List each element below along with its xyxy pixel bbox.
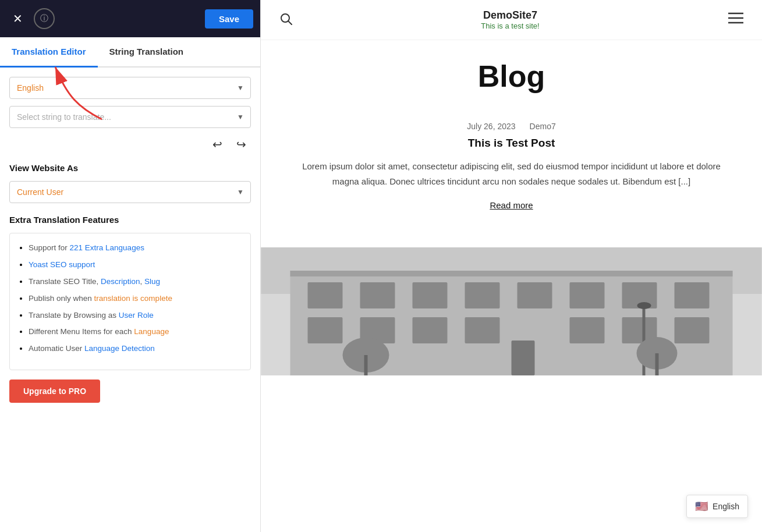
svg-rect-17: [675, 282, 710, 308]
close-button[interactable]: ✕: [7, 8, 28, 29]
list-item: Support for 221 Extra Languages: [29, 243, 241, 254]
feature-text: Translate SEO Title,: [29, 277, 101, 286]
tab-string-translation[interactable]: String Translation: [98, 37, 196, 68]
redo-button[interactable]: ↪: [232, 135, 251, 154]
building-image: [261, 247, 762, 375]
svg-rect-18: [308, 317, 343, 343]
feature-link[interactable]: Yoast SEO support: [29, 260, 95, 269]
site-header: DemoSite7 This is a test site!: [261, 0, 762, 40]
svg-rect-9: [290, 271, 733, 276]
feature-text: ,: [140, 277, 145, 286]
feature-link[interactable]: Language Detection: [84, 344, 155, 353]
svg-rect-13: [465, 282, 500, 308]
user-role-select[interactable]: Current User Administrator Editor Subscr…: [9, 181, 251, 203]
post-date: July 26, 2023: [467, 122, 515, 131]
svg-rect-25: [512, 341, 535, 375]
svg-rect-29: [364, 355, 368, 375]
language-badge-label: English: [713, 502, 739, 511]
right-panel: DemoSite7 This is a test site! Blog July…: [261, 0, 762, 532]
site-name: DemoSite7: [292, 9, 728, 22]
list-item: Translate by Browsing as User Role: [29, 310, 241, 321]
svg-rect-12: [413, 282, 448, 308]
features-box: Support for 221 Extra Languages Yoast SE…: [9, 233, 251, 370]
features-list: Support for 221 Extra Languages Yoast SE…: [17, 243, 241, 354]
view-website-as-section: View Website As Current User Administrat…: [9, 163, 251, 203]
post-title: This is Test Post: [289, 137, 734, 150]
feature-text: Automatic User: [29, 344, 84, 353]
flag-icon: 🇺🇸: [695, 500, 708, 513]
info-button[interactable]: ⓘ: [34, 8, 55, 29]
svg-rect-22: [570, 317, 605, 343]
svg-rect-10: [308, 282, 343, 308]
list-item: Publish only when translation is complet…: [29, 293, 241, 304]
feature-link[interactable]: User Role: [119, 311, 154, 320]
view-website-as-label: View Website As: [9, 163, 251, 173]
read-more-link[interactable]: Read more: [289, 200, 734, 210]
svg-rect-31: [655, 353, 659, 375]
language-select[interactable]: English Spanish French German: [9, 77, 251, 99]
svg-rect-15: [570, 282, 605, 308]
string-select[interactable]: Select string to translate...: [9, 106, 251, 128]
feature-text: Support for: [29, 243, 70, 252]
list-item: Yoast SEO support: [29, 260, 241, 271]
extra-features-title: Extra Translation Features: [9, 215, 251, 225]
tab-translation-editor[interactable]: Translation Editor: [0, 37, 98, 68]
feature-text: Different Menu Items for each: [29, 327, 134, 336]
site-title-wrap: DemoSite7 This is a test site!: [292, 9, 728, 30]
building-svg: [261, 247, 762, 375]
feature-link[interactable]: translation is complete: [94, 294, 172, 303]
svg-rect-24: [675, 317, 710, 343]
language-badge[interactable]: 🇺🇸 English: [686, 495, 748, 518]
feature-link[interactable]: 221 Extra Languages: [70, 243, 144, 252]
undo-redo-bar: ↩ ↪: [9, 135, 251, 154]
string-select-wrapper: Select string to translate... ▼: [9, 106, 251, 128]
svg-rect-11: [360, 282, 395, 308]
blog-content: Blog July 26, 2023 Demo7 This is Test Po…: [261, 40, 762, 247]
blog-title: Blog: [289, 59, 734, 94]
svg-rect-20: [413, 317, 448, 343]
svg-rect-21: [465, 317, 500, 343]
site-tagline: This is a test site!: [292, 22, 728, 30]
extra-features-section: Extra Translation Features Support for 2…: [9, 215, 251, 403]
feature-link[interactable]: Description: [101, 277, 140, 286]
list-item: Translate SEO Title, Description, Slug: [29, 276, 241, 288]
tab-bar: Translation Editor String Translation: [0, 37, 260, 68]
save-button[interactable]: Save: [205, 9, 253, 29]
panel-body: English Spanish French German ▼ Select s…: [0, 68, 260, 532]
list-item: Different Menu Items for each Language: [29, 327, 241, 338]
hamburger-icon[interactable]: [728, 12, 743, 27]
undo-button[interactable]: ↩: [208, 135, 227, 154]
feature-link[interactable]: Slug: [144, 277, 160, 286]
upgrade-to-pro-button[interactable]: Upgrade to PRO: [9, 380, 100, 403]
panel-header: ✕ ⓘ Save: [0, 0, 260, 37]
feature-text: Publish only when: [29, 294, 94, 303]
feature-text: Translate by Browsing as: [29, 311, 119, 320]
list-item: Automatic User Language Detection: [29, 343, 241, 354]
svg-line-2: [288, 21, 292, 24]
post-meta: July 26, 2023 Demo7: [289, 122, 734, 131]
user-role-select-wrapper: Current User Administrator Editor Subscr…: [9, 181, 251, 203]
svg-rect-14: [518, 282, 552, 308]
post-excerpt: Lorem ipsum dolor sit amet, consectetur …: [289, 159, 734, 189]
search-icon[interactable]: [279, 12, 292, 28]
svg-point-27: [637, 302, 651, 309]
post-author: Demo7: [530, 122, 556, 131]
feature-link[interactable]: Language: [134, 327, 169, 336]
language-select-wrapper: English Spanish French German ▼: [9, 77, 251, 99]
